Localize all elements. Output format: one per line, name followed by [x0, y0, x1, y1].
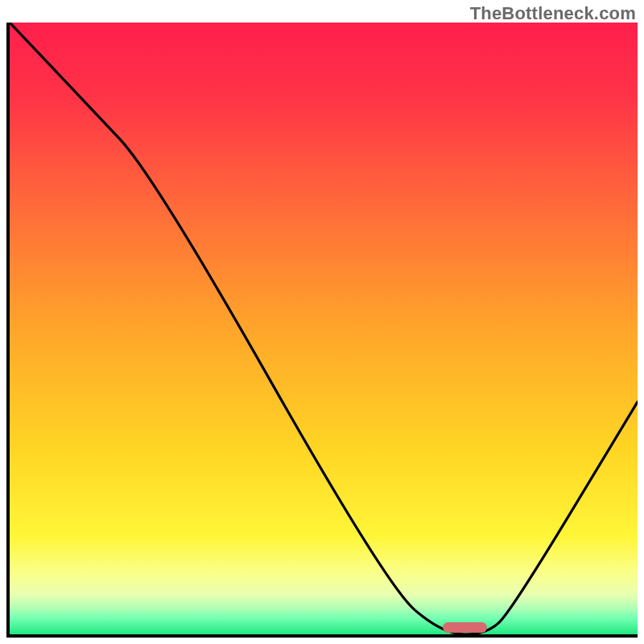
optimal-marker: [10, 23, 638, 634]
plot-area: [10, 23, 638, 634]
watermark-text: TheBottleneck.com: [470, 3, 636, 24]
chart-container: TheBottleneck.com: [0, 0, 644, 644]
svg-rect-1: [443, 622, 487, 633]
